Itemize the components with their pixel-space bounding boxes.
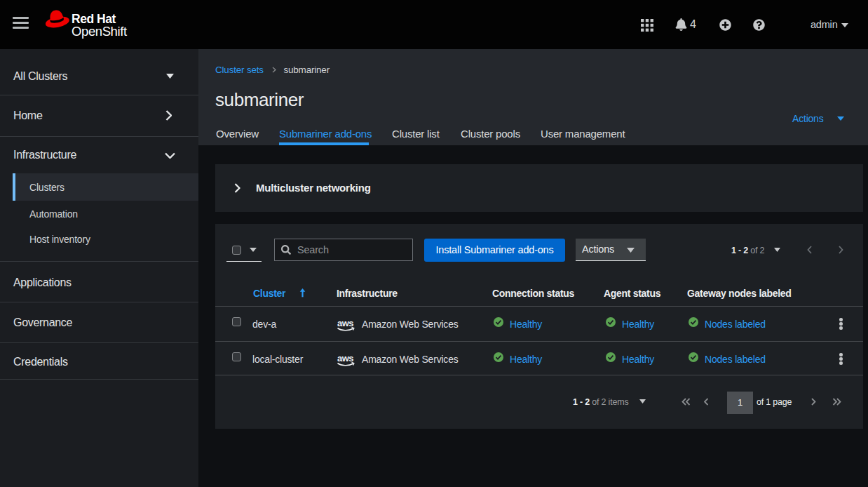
- svg-text:aws: aws: [337, 318, 353, 328]
- svg-text:aws: aws: [337, 353, 353, 363]
- svg-text:OpenShift: OpenShift: [72, 24, 127, 39]
